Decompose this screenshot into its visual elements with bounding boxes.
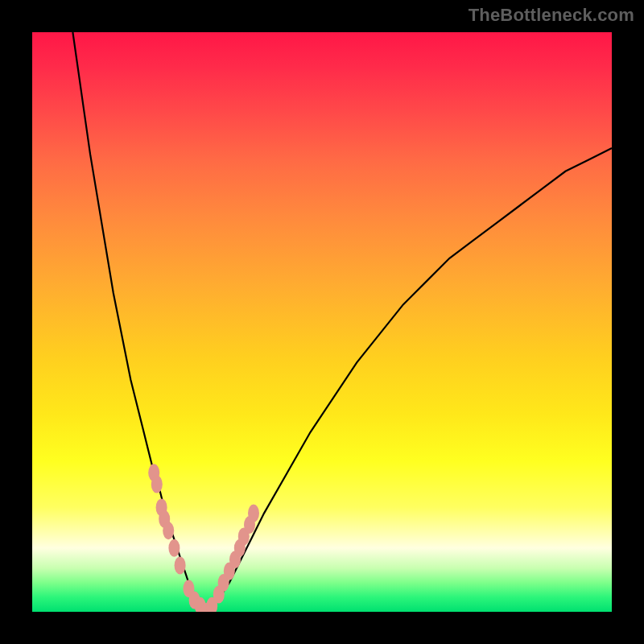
marker-point: [175, 556, 186, 574]
marker-point: [151, 476, 163, 493]
highlight-markers: [148, 464, 259, 612]
curve-svg: [32, 32, 612, 612]
marker-point: [248, 505, 259, 522]
marker-point: [163, 522, 174, 539]
watermark-text: TheBottleneck.com: [469, 5, 634, 26]
bottleneck-curve: [72, 32, 612, 612]
plot-area: [32, 32, 612, 612]
chart-frame: TheBottleneck.com: [0, 0, 644, 644]
marker-point: [168, 539, 180, 557]
